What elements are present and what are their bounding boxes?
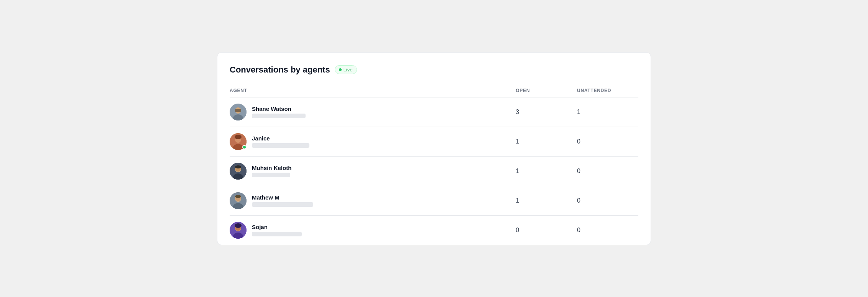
svg-rect-5	[235, 109, 241, 112]
unattended-count: 0	[577, 127, 638, 156]
unattended-count: 0	[577, 215, 638, 245]
avatar	[230, 192, 247, 209]
agent-email-blurred	[252, 232, 302, 236]
table-row: Sojan00	[230, 215, 638, 245]
col-unattended: UNATTENDED	[577, 84, 638, 97]
agent-name: Mathew M	[252, 194, 313, 201]
avatar	[230, 163, 247, 180]
live-label: Live	[344, 67, 353, 73]
avatar	[230, 222, 247, 239]
agent-cell: Mathew M	[230, 186, 516, 215]
svg-point-20	[235, 195, 241, 198]
agent-name: Muhsin Keloth	[252, 165, 291, 171]
svg-point-10	[235, 135, 242, 139]
unattended-count: 0	[577, 156, 638, 186]
agent-email-blurred	[252, 202, 313, 207]
card-header: Conversations by agents Live	[230, 65, 638, 75]
table-header: AGENT OPEN UNATTENDED	[230, 84, 638, 97]
online-status-dot	[242, 145, 247, 149]
unattended-count: 0	[577, 186, 638, 215]
agent-name: Shane Watson	[252, 106, 306, 112]
table-row: Mathew M10	[230, 186, 638, 215]
agent-cell: Janice	[230, 127, 516, 156]
col-open: OPEN	[516, 84, 577, 97]
col-agent: AGENT	[230, 84, 516, 97]
agent-email-blurred	[252, 143, 309, 148]
unattended-count: 1	[577, 97, 638, 127]
conversations-by-agents-card: Conversations by agents Live AGENT OPEN …	[217, 52, 651, 245]
agent-email-blurred	[252, 173, 290, 177]
open-count: 3	[516, 97, 577, 127]
svg-point-15	[235, 165, 241, 168]
agent-cell: Sojan	[230, 215, 516, 245]
open-count: 0	[516, 215, 577, 245]
avatar	[230, 133, 247, 150]
agents-table: AGENT OPEN UNATTENDED Shane Watson31	[230, 84, 638, 245]
agent-name: Janice	[252, 135, 309, 142]
live-badge: Live	[335, 65, 357, 74]
table-row: Muhsin Keloth10	[230, 156, 638, 186]
live-dot-icon	[339, 68, 342, 71]
agent-cell: Muhsin Keloth	[230, 156, 516, 186]
agent-name: Sojan	[252, 224, 302, 230]
card-title: Conversations by agents	[230, 65, 330, 75]
table-row: Shane Watson31	[230, 97, 638, 127]
avatar	[230, 104, 247, 120]
open-count: 1	[516, 186, 577, 215]
open-count: 1	[516, 127, 577, 156]
svg-point-25	[235, 223, 242, 228]
agent-email-blurred	[252, 114, 306, 118]
open-count: 1	[516, 156, 577, 186]
table-body: Shane Watson31 Janice10 Muhsin Keloth10	[230, 97, 638, 245]
agent-cell: Shane Watson	[230, 97, 516, 127]
table-row: Janice10	[230, 127, 638, 156]
